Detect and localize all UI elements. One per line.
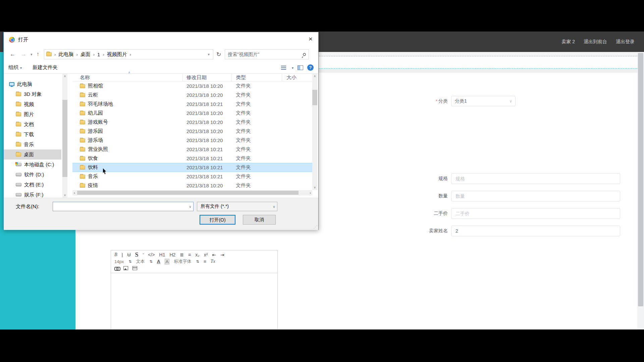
editor-format-button[interactable]: ⇥ <box>220 252 224 258</box>
preview-pane-icon[interactable] <box>298 65 303 70</box>
seller-name-link[interactable]: 卖家 2 <box>561 39 575 45</box>
sidebar-item[interactable]: 本地磁盘 (C:) <box>4 160 61 170</box>
file-row[interactable]: 营业执照 2021/3/18 10:21 文件夹 <box>72 145 312 154</box>
sidebar-item[interactable]: 视频 <box>4 99 61 109</box>
file-row[interactable]: 羽毛球场地 2021/3/18 10:21 文件夹 <box>72 100 312 109</box>
file-row[interactable]: 疫情 2021/3/18 10:20 文件夹 <box>72 181 312 190</box>
image-icon[interactable] <box>123 266 128 270</box>
category-select[interactable]: 分类1 ∨ <box>451 96 516 106</box>
new-folder-button[interactable]: 新建文件夹 <box>33 64 58 71</box>
font-size-select[interactable]: 14px⇅ <box>114 259 131 264</box>
hscrollbar-thumb[interactable] <box>77 191 299 195</box>
file-row[interactable]: 游乐场 2021/3/18 10:20 文件夹 <box>72 136 312 145</box>
video-icon[interactable] <box>132 266 137 270</box>
editor-format-button[interactable]: ≡ <box>188 252 191 258</box>
breadcrumb-item[interactable]: 视频图片 <box>107 51 127 58</box>
cancel-button[interactable]: 取消 <box>243 215 276 225</box>
page-scrollbar[interactable] <box>637 52 644 329</box>
resize-grip[interactable]: ⋰ <box>313 225 317 229</box>
chevron-down-icon[interactable]: ∨ <box>187 205 193 208</box>
column-name[interactable]: 名称 <box>80 74 90 81</box>
address-dropdown-icon[interactable]: ▾ <box>207 52 211 57</box>
logout-link[interactable]: 退出登录 <box>616 39 635 45</box>
sidebar-item[interactable]: 软件 (D:) <box>4 170 61 180</box>
link-icon[interactable] <box>114 267 119 269</box>
vscrollbar-thumb[interactable] <box>312 90 317 105</box>
address-bar[interactable]: › 此电脑›桌面›1›视频图片› ▾ <box>44 49 213 59</box>
sidebar-scrollbar-thumb[interactable] <box>62 100 67 177</box>
help-icon[interactable]: ? <box>307 64 314 71</box>
view-mode-caret-icon[interactable]: ▾ <box>292 66 293 70</box>
column-date[interactable]: 修改日期 <box>186 74 207 81</box>
file-list-vscrollbar[interactable]: ∧ ∨ <box>312 74 317 190</box>
search-icon[interactable] <box>303 53 306 56</box>
column-type[interactable]: 类型 <box>236 74 246 81</box>
scroll-down-icon[interactable]: ∨ <box>62 193 67 198</box>
sidebar-item[interactable]: 此电脑 <box>4 79 61 89</box>
scroll-left-icon[interactable]: ‹ <box>72 191 76 195</box>
file-row[interactable]: 饮料 2021/3/18 10:21 文件夹 <box>72 163 312 172</box>
breadcrumb-item[interactable]: 1 <box>97 52 100 57</box>
scroll-up-icon[interactable]: ∧ <box>62 74 67 79</box>
editor-format-button[interactable]: U <box>127 252 130 258</box>
sidebar-scrollbar[interactable]: ∧ ∨ <box>62 74 67 198</box>
sidebar-item[interactable]: 文档 (E:) <box>4 180 61 190</box>
organize-button[interactable]: 组织 <box>8 64 18 71</box>
search-input[interactable] <box>228 52 303 57</box>
editor-format-button[interactable]: S <box>135 253 139 257</box>
open-button[interactable]: 打开(O) <box>200 215 235 225</box>
exit-to-front-link[interactable]: 退出到前台 <box>584 39 607 45</box>
scroll-up-icon[interactable]: ∧ <box>312 74 317 79</box>
forward-button[interactable]: → <box>18 51 29 58</box>
sidebar-item[interactable]: 音乐 <box>4 139 61 149</box>
filename-input[interactable] <box>53 204 187 209</box>
file-row[interactable]: 照相馆 2021/3/18 10:20 文件夹 <box>72 81 312 90</box>
breadcrumb-item[interactable]: 此电脑 <box>58 51 73 58</box>
refresh-icon[interactable]: ↻ <box>213 51 224 58</box>
view-mode-icon[interactable] <box>281 66 286 70</box>
editor-content-area[interactable] <box>111 273 277 329</box>
sidebar-item[interactable]: 下载 <box>4 129 61 139</box>
editor-format-button[interactable]: “ <box>143 252 144 258</box>
sidebar-item[interactable]: 3D 对象 <box>4 89 61 99</box>
font-family-select[interactable]: 标准字体⇅ <box>174 258 199 264</box>
file-row[interactable]: 幼儿园 2021/3/18 10:20 文件夹 <box>72 109 312 118</box>
sidebar-item[interactable]: 文档 <box>4 119 61 129</box>
page-scrollbar-thumb[interactable] <box>638 53 643 306</box>
up-button[interactable]: ↑ <box>34 51 42 58</box>
field-input[interactable] <box>451 191 620 201</box>
editor-format-button[interactable]: B <box>114 252 117 258</box>
align-button[interactable]: ≡ <box>204 258 206 264</box>
clear-format-button[interactable]: Tx <box>211 258 215 264</box>
close-icon[interactable]: × <box>303 32 318 46</box>
file-list-hscrollbar[interactable]: ‹ › <box>72 190 312 195</box>
editor-format-button[interactable]: x² <box>204 252 208 258</box>
field-input[interactable] <box>451 173 620 184</box>
field-input[interactable] <box>451 226 620 236</box>
file-row[interactable]: 饮食 2021/3/18 10:21 文件夹 <box>72 154 312 163</box>
sidebar-item[interactable]: 桌面 <box>4 149 61 160</box>
editor-format-button[interactable]: H1 <box>159 252 165 258</box>
editor-format-button[interactable]: H2 <box>169 252 175 258</box>
scroll-down-icon[interactable]: ∨ <box>312 185 317 190</box>
editor-format-button[interactable]: I <box>122 252 123 258</box>
editor-format-button[interactable]: x₂ <box>195 252 199 258</box>
file-type-filter[interactable]: 所有文件 (*.*) ∨ <box>197 202 277 211</box>
file-row[interactable]: 游乐园 2021/3/18 10:20 文件夹 <box>72 127 312 136</box>
scroll-right-icon[interactable]: › <box>308 191 312 195</box>
file-row[interactable]: 游戏账号 2021/3/18 10:20 文件夹 <box>72 118 312 127</box>
file-row[interactable]: 云柜 2021/3/18 10:20 文件夹 <box>72 90 312 100</box>
breadcrumb-item[interactable]: 桌面 <box>80 51 91 58</box>
text-color-button[interactable]: A <box>157 259 160 264</box>
highlight-color-button[interactable]: A <box>165 259 170 264</box>
file-row[interactable]: 音乐 2021/3/18 10:21 文件夹 <box>72 172 312 181</box>
history-dropdown-icon[interactable]: ▾ <box>29 52 34 57</box>
sidebar-item[interactable]: 图片 <box>4 109 61 119</box>
editor-format-button[interactable]: ≣ <box>180 252 184 258</box>
column-size[interactable]: 大小 <box>286 74 297 81</box>
back-button[interactable]: ← <box>7 51 18 58</box>
field-input[interactable] <box>451 208 620 219</box>
paragraph-select[interactable]: 文本⇅ <box>136 258 152 264</box>
dialog-titlebar[interactable]: 打开 × <box>4 32 318 47</box>
editor-format-button[interactable]: ⇤ <box>212 252 216 258</box>
